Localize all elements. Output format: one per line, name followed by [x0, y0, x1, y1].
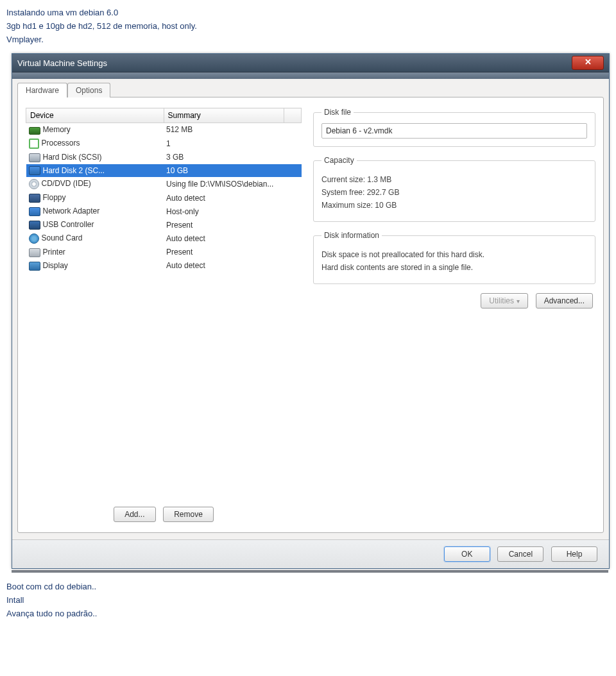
doc-line-6: Avança tudo no padrão..: [6, 609, 610, 618]
memory-icon: [29, 127, 40, 135]
disk-file-input[interactable]: [321, 123, 587, 139]
capacity-group: Capacity Current size: 1.3 MB System fre…: [313, 156, 595, 222]
spacer-col-header: [284, 108, 302, 123]
doc-line-3: Vmplayer.: [6, 35, 610, 44]
disk-info-line2: Hard disk contents are stored in a singl…: [321, 263, 587, 272]
doc-line-4: Boot com cd do debian..: [6, 582, 610, 591]
device-name: CD/DVD (IDE): [42, 180, 91, 189]
add-device-button[interactable]: Add...: [114, 507, 155, 522]
device-table[interactable]: Device Summary Memory512 MBProcessors1Ha…: [26, 108, 302, 273]
hd-icon: [29, 153, 40, 162]
device-name: Processors: [42, 139, 80, 148]
tab-options[interactable]: Options: [67, 83, 110, 97]
cpu-icon: [29, 139, 39, 149]
window-titlebar[interactable]: Virtual Machine Settings ✕: [12, 54, 609, 72]
device-summary: Present: [164, 218, 284, 232]
doc-line-2: 3gb hd1 e 10gb de hd2, 512 de memoria, h…: [6, 21, 610, 31]
advanced-button[interactable]: Advanced...: [536, 293, 593, 308]
device-name: Printer: [43, 248, 65, 257]
device-summary: Using file D:\VM\ISOS\debian...: [164, 177, 284, 191]
ok-button[interactable]: OK: [444, 546, 490, 562]
capacity-legend: Capacity: [321, 156, 357, 165]
vm-settings-window: Virtual Machine Settings ✕ Hardware Opti…: [12, 53, 610, 569]
device-detail-pane: Disk file Capacity Current size: 1.3 MB …: [313, 108, 595, 525]
device-name: USB Controller: [43, 220, 94, 229]
cancel-button[interactable]: Cancel: [497, 546, 543, 562]
window-title: Virtual Machine Settings: [17, 58, 572, 68]
print-icon: [29, 248, 40, 257]
device-summary: Auto detect: [164, 232, 284, 246]
device-list-pane: Device Summary Memory512 MBProcessors1Ha…: [26, 108, 302, 525]
device-row[interactable]: Processors1: [26, 137, 302, 151]
hd-sel-icon: [29, 166, 40, 175]
device-name: Display: [43, 261, 68, 270]
help-button[interactable]: Help: [551, 546, 597, 562]
usb-icon: [29, 221, 40, 230]
doc-line-1: Instalando uma vm debian 6.0: [6, 8, 610, 17]
remove-device-button[interactable]: Remove: [163, 507, 214, 522]
dialog-button-bar: OK Cancel Help: [12, 539, 609, 568]
sound-icon: [29, 233, 39, 244]
device-row[interactable]: Network AdapterHost-only: [26, 205, 302, 218]
disp-icon: [29, 262, 40, 271]
disk-file-legend: Disk file: [321, 108, 354, 117]
disk-info-line1: Disk space is not preallocated for this …: [321, 250, 587, 259]
device-row[interactable]: PrinterPresent: [26, 246, 302, 259]
device-summary: Auto detect: [164, 191, 284, 205]
titlebar-gradient: [12, 72, 609, 79]
device-summary: 512 MB: [164, 123, 284, 137]
device-name: Network Adapter: [43, 207, 100, 215]
device-col-header[interactable]: Device: [26, 108, 164, 123]
tabstrip: Hardware Options: [17, 83, 604, 97]
disk-info-group: Disk information Disk space is not preal…: [313, 231, 595, 284]
device-summary: Host-only: [164, 205, 284, 218]
device-name: Floppy: [43, 193, 66, 202]
tabpage-hardware: Device Summary Memory512 MBProcessors1Ha…: [17, 97, 604, 533]
capacity-max: Maximum size: 10 GB: [321, 201, 587, 210]
device-row[interactable]: Sound CardAuto detect: [26, 232, 302, 246]
utilities-button[interactable]: Utilities▾: [481, 293, 528, 308]
capacity-current: Current size: 1.3 MB: [321, 175, 587, 184]
device-name: Sound Card: [42, 233, 83, 242]
net-icon: [29, 207, 40, 216]
device-name: Memory: [43, 125, 71, 134]
device-summary: Present: [164, 246, 284, 259]
cd-icon: [29, 179, 39, 189]
disk-info-legend: Disk information: [321, 231, 382, 240]
floppy-icon: [29, 194, 40, 203]
chevron-down-icon: ▾: [517, 298, 520, 305]
device-name: Hard Disk (SCSI): [43, 153, 102, 162]
window-shadow-strip: [12, 570, 608, 573]
device-summary: 10 GB: [164, 164, 284, 178]
tab-hardware[interactable]: Hardware: [17, 83, 67, 97]
device-row[interactable]: Hard Disk 2 (SC...10 GB: [26, 164, 302, 178]
device-row[interactable]: FloppyAuto detect: [26, 191, 302, 205]
disk-file-group: Disk file: [313, 108, 595, 147]
device-summary: 3 GB: [164, 151, 284, 164]
device-row[interactable]: USB ControllerPresent: [26, 218, 302, 232]
device-row[interactable]: Memory512 MB: [26, 123, 302, 137]
summary-col-header[interactable]: Summary: [164, 108, 284, 123]
close-button[interactable]: ✕: [572, 56, 604, 70]
device-row[interactable]: Hard Disk (SCSI)3 GB: [26, 151, 302, 164]
utilities-label: Utilities: [489, 296, 514, 305]
capacity-free: System free: 292.7 GB: [321, 188, 587, 197]
device-row[interactable]: DisplayAuto detect: [26, 259, 302, 273]
device-summary: 1: [164, 137, 284, 151]
device-row[interactable]: CD/DVD (IDE)Using file D:\VM\ISOS\debian…: [26, 177, 302, 191]
device-name: Hard Disk 2 (SC...: [43, 166, 105, 175]
device-summary: Auto detect: [164, 259, 284, 273]
doc-line-5: Intall: [6, 595, 610, 605]
